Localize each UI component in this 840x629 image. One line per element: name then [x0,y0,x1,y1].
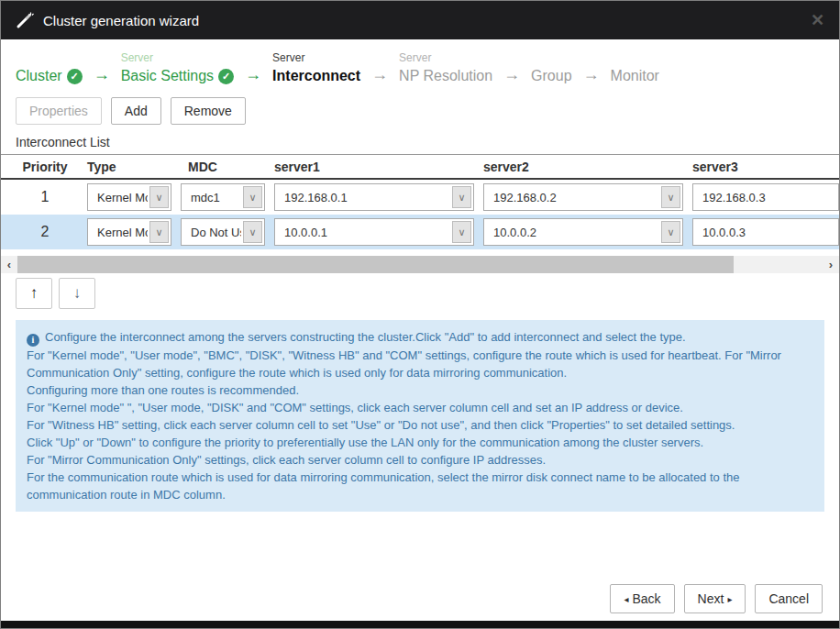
scrollbar-thumb[interactable] [17,256,734,273]
info-line: Configuring more than one routes is reco… [27,381,813,399]
step-sublabel: Server [121,50,234,66]
chevron-down-icon[interactable]: ∨ [452,221,471,243]
next-triangle-icon: ▸ [727,594,732,604]
server1-select[interactable]: 10.0.0.1 ∨ [274,218,474,246]
info-line: For "Mirror Communication Only" settings… [27,451,813,469]
step-interconnect: Server Interconnect [272,50,360,86]
step-sublabel [16,50,83,66]
column-type: Type [87,160,171,174]
column-server3: server3 [692,160,839,174]
properties-button[interactable]: Properties [16,97,102,125]
type-select[interactable]: Kernel Mode ∨ [87,218,171,246]
wizard-steps: Cluster ✓ → Server Basic Settings ✓ → Se… [1,39,839,86]
priority-cell: 1 [16,189,74,205]
interconnect-list-title: Interconnect List [1,125,839,154]
chevron-down-icon[interactable]: ∨ [243,221,262,243]
step-label: Monitor [611,66,659,86]
chevron-down-icon[interactable]: ∨ [661,221,680,243]
table-row[interactable]: 1 Kernel Mode ∨ mdc1 ∨ 192.168.0.1 ∨ 192… [1,180,839,215]
magic-wand-icon [16,11,34,29]
step-label: Basic Settings [121,66,214,86]
info-line: For "Kernel mode", "User mode", "BMC", "… [27,347,813,381]
server2-select[interactable]: 10.0.0.2 ∨ [483,218,683,246]
step-sublabel: Server [272,50,360,66]
step-basic-settings: Server Basic Settings ✓ [121,50,234,86]
down-arrow-icon: ↓ [73,284,82,303]
check-circle-icon: ✓ [67,69,83,84]
column-priority: Priority [16,160,74,174]
chevron-down-icon[interactable]: ∨ [661,186,680,208]
move-down-button[interactable]: ↓ [59,278,95,309]
type-select[interactable]: Kernel Mode ∨ [87,183,171,211]
server1-select[interactable]: 192.168.0.1 ∨ [274,183,474,211]
step-monitor: Monitor [611,50,659,86]
step-sublabel [531,50,571,66]
add-button[interactable]: Add [111,97,161,125]
step-label: Cluster [16,66,62,86]
chevron-down-icon[interactable]: ∨ [452,186,471,208]
step-label: Group [531,66,571,86]
table-row[interactable]: 2 Kernel Mode ∨ Do Not Use ∨ 10.0.0.1 ∨ … [1,215,839,249]
title-bar: Cluster generation wizard ✕ [1,1,839,39]
column-mdc: MDC [181,160,265,174]
step-sublabel: Server [399,50,492,66]
step-arrow-icon: → [94,65,110,86]
step-arrow-icon: → [583,65,600,86]
step-arrow-icon: → [503,65,520,86]
cancel-button[interactable]: Cancel [755,584,823,613]
chevron-down-icon[interactable]: ∨ [149,221,169,243]
step-arrow-icon: → [245,65,261,86]
cluster-generation-wizard-dialog: Cluster generation wizard ✕ Cluster ✓ → … [0,0,840,629]
step-label: NP Resolution [399,66,492,86]
footer-buttons: ◂ Back Next ▸ Cancel [610,584,823,613]
mdc-select[interactable]: Do Not Use ∨ [181,218,265,246]
priority-controls: ↑ ↓ [1,273,839,309]
remove-button[interactable]: Remove [171,97,246,125]
step-cluster: Cluster ✓ [16,50,83,86]
server3-select[interactable]: 192.168.0.3 [692,183,839,211]
info-line: Click "Up" or "Down" to configure the pr… [27,434,813,451]
info-line: For the communication route which is use… [27,469,813,503]
server3-select[interactable]: 10.0.0.3 [692,218,839,246]
column-server1: server1 [274,160,474,174]
scroll-right-icon[interactable]: › [823,258,839,271]
chevron-down-icon[interactable]: ∨ [149,186,169,208]
back-triangle-icon: ◂ [624,594,628,604]
close-icon[interactable]: ✕ [811,12,824,28]
toolbar: Properties Add Remove [1,86,839,125]
scrollbar-track[interactable] [17,256,823,273]
next-button[interactable]: Next ▸ [684,584,746,613]
info-line: For "Witness HB" setting, click each ser… [27,416,813,434]
back-button[interactable]: ◂ Back [610,584,674,613]
horizontal-scrollbar[interactable]: ‹ › [1,256,839,273]
window-bottom-frame [1,621,839,628]
step-np-resolution: Server NP Resolution [399,50,492,86]
dialog-title: Cluster generation wizard [43,13,199,28]
info-icon: i [27,334,39,347]
step-label: Interconnect [272,66,360,86]
step-sublabel [611,50,659,66]
scroll-left-icon[interactable]: ‹ [1,258,17,271]
priority-cell: 2 [16,224,74,240]
table-header: Priority Type MDC server1 server2 server… [1,154,839,180]
move-up-button[interactable]: ↑ [16,278,52,309]
check-circle-icon: ✓ [218,69,234,84]
up-arrow-icon: ↑ [30,284,39,303]
step-arrow-icon: → [371,65,388,86]
server2-select[interactable]: 192.168.0.2 ∨ [483,183,683,211]
chevron-down-icon[interactable]: ∨ [243,186,262,208]
step-group: Group [531,50,571,86]
info-box: iConfigure the interconnect among the se… [16,320,824,512]
info-line: For "Kernel mode" ", "User mode, "DISK" … [27,399,813,416]
mdc-select[interactable]: mdc1 ∨ [181,183,265,211]
column-server2: server2 [483,160,683,174]
info-line: Configure the interconnect among the ser… [45,330,686,344]
